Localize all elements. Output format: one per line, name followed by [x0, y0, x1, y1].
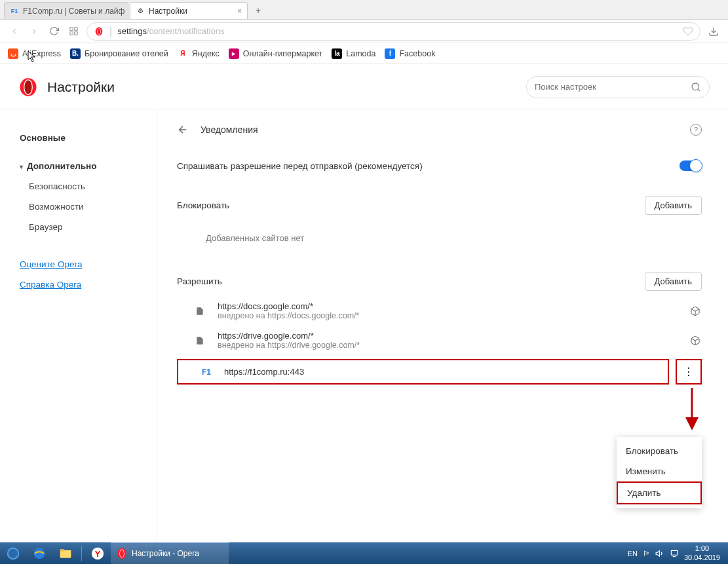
facebook-icon: f	[385, 48, 395, 59]
svg-text:Y: Y	[95, 548, 101, 558]
file-icon	[193, 335, 207, 346]
toolbar: | settings/content/notifications	[0, 20, 728, 43]
tray-language[interactable]: EN	[628, 550, 638, 557]
help-icon[interactable]: ?	[690, 124, 702, 136]
sidebar-basic[interactable]: Основные	[13, 128, 144, 148]
gear-icon: ⚙	[136, 7, 145, 16]
bookmark-yandex[interactable]: Я Яндекс	[178, 48, 220, 59]
svg-rect-0	[69, 28, 72, 30]
more-vertical-icon: ⋮	[683, 366, 694, 378]
cube-icon[interactable]	[690, 335, 702, 346]
sidebar-help-opera[interactable]: Справка Opera	[13, 274, 144, 295]
settings-main: Уведомления ? Спрашивать разрешение пере…	[157, 109, 728, 542]
tab-title: F1Comp.ru | Советы и лайф	[23, 7, 125, 16]
back-arrow-button[interactable]	[177, 124, 189, 136]
tray-clock[interactable]: 1:00 30.04.2019	[684, 544, 725, 561]
allow-add-button[interactable]: Добавить	[645, 272, 702, 291]
context-block[interactable]: Блокировать	[617, 441, 702, 461]
site-actions-button[interactable]: ⋮	[676, 359, 702, 385]
context-delete[interactable]: Удалить	[617, 481, 702, 504]
hypermarket-icon: ▸	[229, 48, 239, 59]
sidebar-browser[interactable]: Браузер	[13, 217, 144, 237]
ask-permission-label: Спрашивать разрешение перед отправкой (р…	[177, 161, 423, 171]
tray-volume-icon[interactable]	[655, 549, 664, 558]
heart-icon[interactable]	[683, 26, 693, 37]
settings-search[interactable]	[526, 76, 710, 98]
bookmarks-bar: ◡ AliExpress B. Бронирование отелей Я Ян…	[0, 43, 728, 64]
bookmark-booking[interactable]: B. Бронирование отелей	[70, 48, 168, 59]
bookmark-lamoda[interactable]: la Lamoda	[332, 48, 375, 59]
back-button[interactable]	[8, 25, 21, 38]
taskbar-yandex[interactable]: Y	[85, 542, 111, 564]
block-add-button[interactable]: Добавить	[645, 196, 702, 215]
url-text: settings/content/notifications	[117, 26, 224, 36]
reload-button[interactable]	[47, 25, 60, 38]
new-tab-button[interactable]: +	[249, 2, 267, 19]
sidebar-advanced[interactable]: Дополнительно	[13, 156, 144, 176]
svg-point-27	[120, 550, 124, 557]
settings-sidebar: Основные Дополнительно Безопасность Возм…	[0, 109, 157, 542]
allow-site-row-highlighted: F1 https://f1comp.ru:443	[177, 359, 669, 385]
downloads-button[interactable]	[707, 25, 720, 38]
svg-line-12	[698, 89, 700, 91]
svg-rect-22	[60, 549, 65, 551]
opera-logo-icon	[18, 77, 38, 97]
svg-rect-1	[74, 28, 77, 30]
ask-permission-toggle[interactable]	[680, 160, 702, 171]
speed-dial-button[interactable]	[67, 25, 80, 38]
address-bar[interactable]: | settings/content/notifications	[86, 22, 700, 41]
bookmark-facebook[interactable]: f Facebook	[385, 48, 435, 59]
sidebar-security[interactable]: Безопасность	[13, 176, 144, 197]
taskbar-ie[interactable]	[26, 542, 52, 564]
forward-button[interactable]	[28, 25, 41, 38]
cube-icon[interactable]	[690, 306, 702, 316]
taskbar-opera[interactable]: Настройки - Opera	[111, 542, 229, 564]
site-sub: внедрено на https://docs.google.com/*	[218, 311, 680, 320]
context-edit[interactable]: Изменить	[617, 461, 702, 481]
bookmark-aliexpress[interactable]: ◡ AliExpress	[8, 48, 61, 59]
sidebar-rate-opera[interactable]: Оцените Opera	[13, 254, 144, 274]
svg-point-11	[692, 83, 699, 90]
f1-favicon-icon: F1	[10, 7, 19, 16]
site-context-menu: Блокировать Изменить Удалить	[617, 437, 702, 508]
tab-settings[interactable]: ⚙ Настройки ×	[130, 2, 248, 19]
allow-site-row: https://drive.google.com/* внедрено на h…	[177, 326, 702, 355]
taskbar-start[interactable]	[0, 542, 26, 564]
svg-rect-3	[74, 32, 77, 35]
taskbar-app-title: Настройки - Opera	[132, 549, 199, 558]
section-title: Уведомления	[201, 124, 258, 135]
search-icon	[691, 82, 701, 92]
svg-rect-29	[671, 550, 677, 555]
sidebar-features[interactable]: Возможности	[13, 197, 144, 217]
site-url: https://docs.google.com/*	[218, 301, 680, 311]
site-url: https://drive.google.com/*	[218, 331, 680, 341]
tray-flag-icon[interactable]: 🏳	[643, 550, 650, 557]
svg-rect-2	[69, 32, 72, 35]
tab-title: Настройки	[149, 7, 187, 16]
aliexpress-icon: ◡	[8, 48, 18, 59]
file-icon	[193, 306, 207, 316]
taskbar-explorer[interactable]	[52, 542, 79, 564]
site-sub: внедрено на https://drive.google.com/*	[218, 341, 680, 350]
lamoda-icon: la	[332, 48, 342, 59]
tray-network-icon[interactable]	[670, 549, 679, 558]
bookmark-hypermarket[interactable]: ▸ Онлайн-гипермаркет	[229, 48, 323, 59]
svg-marker-17	[685, 417, 699, 430]
page-title: Настройки	[47, 79, 115, 95]
opera-badge-icon	[94, 26, 104, 37]
tab-f1comp[interactable]: F1 F1Comp.ru | Советы и лайф ×	[4, 2, 128, 19]
svg-marker-28	[656, 550, 659, 555]
svg-point-10	[24, 80, 31, 94]
site-url: https://f1comp.ru:443	[224, 367, 662, 377]
annotation-arrow	[676, 385, 708, 437]
taskbar: Y Настройки - Opera EN 🏳 1:00 30.04.2019	[0, 542, 728, 564]
tab-strip: F1 F1Comp.ru | Советы и лайф × ⚙ Настрой…	[0, 0, 728, 20]
search-input[interactable]	[535, 82, 691, 92]
svg-point-19	[9, 548, 18, 558]
svg-rect-21	[60, 550, 71, 558]
close-tab-icon[interactable]: ×	[237, 7, 242, 16]
yandex-icon: Я	[178, 48, 188, 59]
svg-point-6	[98, 28, 101, 34]
allow-group-title: Разрешить	[177, 276, 222, 286]
block-group-title: Блокировать	[177, 200, 229, 210]
